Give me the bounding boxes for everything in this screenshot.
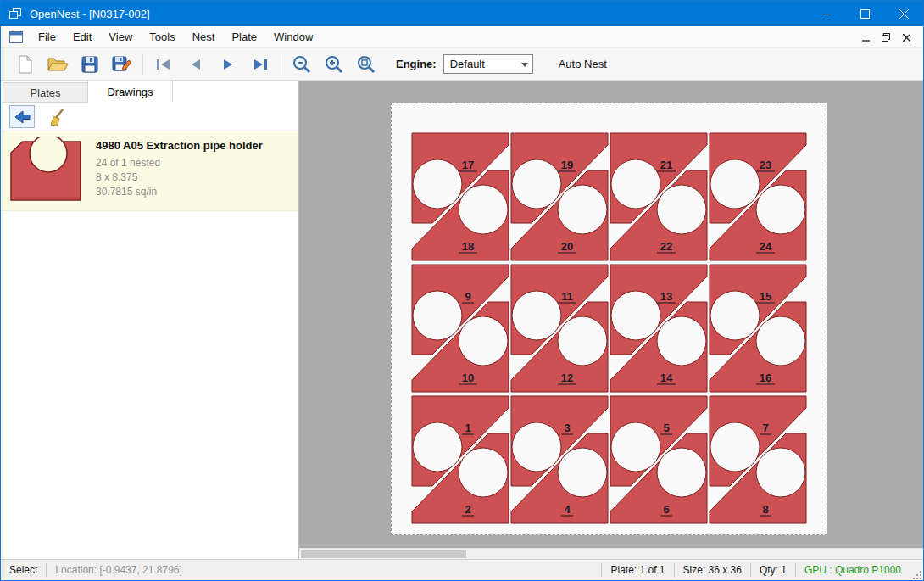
part-hole [710, 422, 760, 472]
open-file-button[interactable] [42, 51, 74, 78]
nest-pair: 1516 [710, 265, 806, 392]
part-hole [558, 448, 607, 497]
nest-canvas[interactable]: 171819202122232491011121314151612345678 [299, 81, 923, 559]
menu-edit[interactable]: Edit [64, 26, 100, 47]
last-plate-button[interactable] [244, 51, 276, 78]
status-size: Size: 36 x 36 [675, 564, 750, 576]
nest-pair: 2324 [710, 133, 806, 260]
part-thumbnail [8, 137, 84, 204]
horizontal-scrollbar[interactable] [299, 548, 923, 559]
mdi-restore-icon[interactable] [876, 28, 896, 47]
part-number: 5 [663, 422, 669, 434]
menu-tools[interactable]: Tools [141, 26, 183, 47]
status-gpu: GPU : Quadro P1000 [796, 564, 910, 576]
window-title: OpenNest - [N0317-002] [30, 8, 150, 20]
save-edit-button[interactable] [106, 51, 138, 78]
part-number: 1 [465, 422, 470, 434]
part-hole [611, 422, 660, 472]
app-icon [8, 7, 22, 20]
nest-pair: 56 [610, 396, 707, 523]
auto-nest-button[interactable]: Auto Nest [554, 56, 612, 72]
save-button[interactable] [74, 51, 106, 78]
part-hole [756, 448, 805, 497]
engine-selected-value: Default [450, 58, 485, 70]
menu-window[interactable]: Window [265, 26, 321, 47]
part-number: 10 [462, 372, 474, 384]
sidebar-tabs: Plates Drawings [1, 81, 298, 103]
menu-file[interactable]: File [30, 26, 64, 47]
part-hole [413, 291, 462, 340]
maximize-button[interactable] [845, 1, 884, 26]
part-hole [657, 448, 706, 497]
new-file-button[interactable] [9, 51, 42, 78]
mdi-minimize-icon[interactable] [855, 28, 876, 47]
part-number: 22 [660, 240, 672, 253]
part-number: 17 [462, 159, 474, 171]
nest-pair: 2122 [610, 133, 707, 260]
menu-plate[interactable]: Plate [223, 26, 265, 47]
part-hole [512, 422, 561, 472]
app-window: OpenNest - [N0317-002] File Edit View To… [0, 0, 924, 581]
nest-pair: 78 [710, 396, 806, 523]
drawings-toolbar [1, 103, 298, 131]
part-hole [756, 316, 805, 366]
nest-pair: 1314 [610, 265, 707, 392]
part-hole [512, 159, 561, 209]
zoom-out-button[interactable] [286, 51, 318, 78]
close-button[interactable] [884, 1, 923, 26]
part-number: 2 [465, 503, 470, 516]
sidebar: Plates Drawings 4980 A05 Extraction pipe… [1, 81, 299, 559]
toolbar-separator [142, 54, 143, 75]
part-number: 16 [760, 372, 771, 384]
status-bar: Select Location: [-0.9437, 21.8796] Plat… [1, 559, 923, 580]
part-hole [611, 291, 660, 340]
part-hole [413, 422, 462, 472]
mdi-close-icon[interactable] [896, 28, 916, 47]
scrollbar-thumb[interactable] [301, 550, 466, 558]
part-hole [558, 316, 607, 366]
engine-select[interactable]: Default [443, 54, 533, 74]
previous-plate-button[interactable] [180, 51, 212, 78]
menu-view[interactable]: View [100, 26, 141, 47]
part-number: 15 [760, 290, 771, 303]
resize-grip[interactable] [910, 560, 923, 581]
main-toolbar: Engine: Default Auto Nest [1, 48, 923, 81]
tab-plates[interactable]: Plates [3, 82, 88, 103]
zoom-in-button[interactable] [318, 51, 350, 78]
part-hole [657, 316, 706, 366]
zoom-fit-button[interactable] [350, 51, 382, 78]
drawing-title: 4980 A05 Extraction pipe holder [96, 139, 263, 152]
part-number: 24 [760, 240, 772, 253]
clear-drawings-button[interactable] [45, 105, 70, 128]
mdi-document-icon [9, 31, 23, 43]
minimize-button[interactable] [806, 1, 845, 26]
part-number: 7 [762, 422, 768, 434]
engine-label: Engine: [396, 58, 437, 70]
next-plate-button[interactable] [212, 51, 244, 78]
first-plate-button[interactable] [148, 51, 180, 78]
drawing-nested-count: 24 of 1 nested [96, 156, 263, 170]
part-number: 9 [465, 290, 470, 303]
tab-drawings[interactable]: Drawings [87, 81, 173, 103]
menu-nest[interactable]: Nest [184, 26, 224, 47]
status-qty: Qty: 1 [751, 564, 795, 576]
part-hole [611, 159, 660, 209]
part-hole [657, 185, 706, 234]
part-number: 4 [564, 503, 571, 516]
part-hole [459, 316, 508, 366]
import-drawing-button[interactable] [9, 105, 35, 128]
part-hole [710, 159, 760, 209]
part-number: 18 [462, 240, 474, 253]
broom-icon [48, 108, 67, 126]
part-number: 23 [760, 159, 771, 171]
chevron-down-icon [521, 63, 528, 67]
nest-pair: 1920 [511, 133, 608, 260]
status-location: Location: [-0.9437, 21.8796] [47, 564, 190, 576]
part-number: 12 [561, 372, 573, 384]
drawing-area: 30.7815 sq/in [96, 185, 263, 199]
drawing-list-item[interactable]: 4980 A05 Extraction pipe holder 24 of 1 … [1, 131, 298, 211]
part-hole [459, 448, 508, 497]
drawing-dimensions: 8 x 8.375 [96, 170, 263, 185]
part-number: 13 [660, 290, 672, 303]
part-hole [413, 159, 462, 209]
